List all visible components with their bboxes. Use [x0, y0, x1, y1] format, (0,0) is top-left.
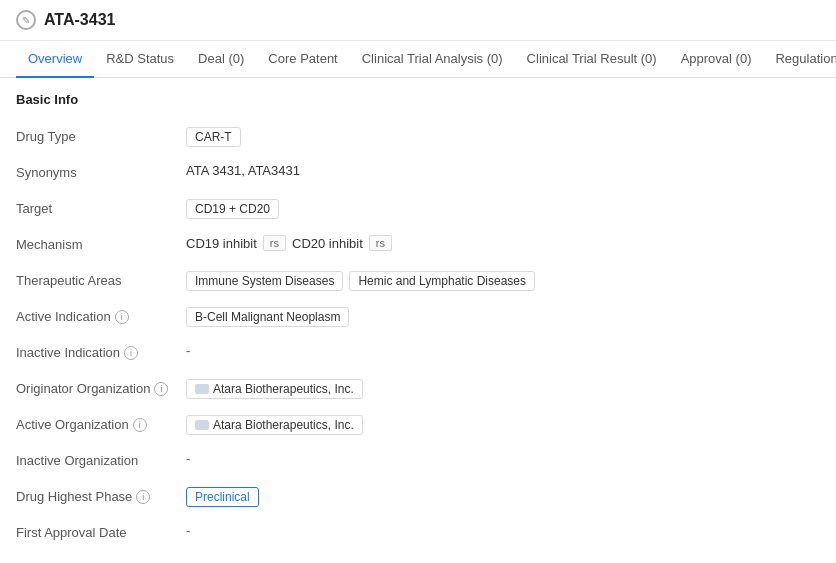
label-first-approval-date: First Approval Date — [16, 523, 186, 540]
field-drug-type: Drug Type CAR-T — [16, 119, 820, 155]
tab-deal[interactable]: Deal (0) — [186, 41, 256, 78]
first-approval-dash: - — [186, 523, 190, 538]
mech-cd20-text: CD20 inhibit — [292, 236, 363, 251]
tab-bar: Overview R&D Status Deal (0) Core Patent… — [0, 41, 836, 78]
inactive-org-dash: - — [186, 451, 190, 466]
value-drug-type: CAR-T — [186, 127, 820, 147]
label-active-indication: Active Indication i — [16, 307, 186, 324]
main-content: Basic Info Drug Type CAR-T Synonyms ATA … — [0, 78, 836, 563]
value-therapeutic-areas: Immune System Diseases Hemic and Lymphat… — [186, 271, 820, 291]
info-icon-active-org[interactable]: i — [133, 418, 147, 432]
tag-b-cell: B-Cell Malignant Neoplasm — [186, 307, 349, 327]
field-drug-highest-phase: Drug Highest Phase i Preclinical — [16, 479, 820, 515]
tag-car-t: CAR-T — [186, 127, 241, 147]
info-icon-originator-org[interactable]: i — [154, 382, 168, 396]
tag-target: CD19 + CD20 — [186, 199, 279, 219]
value-inactive-indication: - — [186, 343, 820, 358]
edit-icon[interactable]: ✎ — [16, 10, 36, 30]
page-header: ✎ ATA-3431 — [0, 0, 836, 41]
field-originator-org: Originator Organization i Atara Biothera… — [16, 371, 820, 407]
tab-clinical-trial-analysis[interactable]: Clinical Trial Analysis (0) — [350, 41, 515, 78]
label-inactive-org: Inactive Organization — [16, 451, 186, 468]
mech-cd20-tag: rs — [369, 235, 392, 251]
field-therapeutic-areas: Therapeutic Areas Immune System Diseases… — [16, 263, 820, 299]
label-active-org: Active Organization i — [16, 415, 186, 432]
org-icon — [195, 384, 209, 394]
tab-rd-status[interactable]: R&D Status — [94, 41, 186, 78]
value-active-org: Atara Biotherapeutics, Inc. — [186, 415, 820, 435]
tab-clinical-trial-result[interactable]: Clinical Trial Result (0) — [515, 41, 669, 78]
label-drug-highest-phase: Drug Highest Phase i — [16, 487, 186, 504]
value-active-indication: B-Cell Malignant Neoplasm — [186, 307, 820, 327]
tab-core-patent[interactable]: Core Patent — [256, 41, 349, 78]
value-inactive-org: - — [186, 451, 820, 466]
inactive-indication-dash: - — [186, 343, 190, 358]
label-inactive-indication: Inactive Indication i — [16, 343, 186, 360]
page-title: ATA-3431 — [44, 11, 115, 29]
label-originator-org: Originator Organization i — [16, 379, 186, 396]
field-active-org: Active Organization i Atara Biotherapeut… — [16, 407, 820, 443]
tag-hemic: Hemic and Lymphatic Diseases — [349, 271, 535, 291]
field-inactive-indication: Inactive Indication i - — [16, 335, 820, 371]
value-synonyms: ATA 3431, ATA3431 — [186, 163, 820, 178]
tag-originator-org[interactable]: Atara Biotherapeutics, Inc. — [186, 379, 363, 399]
value-drug-highest-phase: Preclinical — [186, 487, 820, 507]
value-originator-org: Atara Biotherapeutics, Inc. — [186, 379, 820, 399]
field-active-indication: Active Indication i B-Cell Malignant Neo… — [16, 299, 820, 335]
tag-immune: Immune System Diseases — [186, 271, 343, 291]
field-first-approval-date: First Approval Date - — [16, 515, 820, 551]
field-target: Target CD19 + CD20 — [16, 191, 820, 227]
mech-cd19-tag: rs — [263, 235, 286, 251]
value-target: CD19 + CD20 — [186, 199, 820, 219]
info-icon-inactive-indication[interactable]: i — [124, 346, 138, 360]
field-mechanism: Mechanism CD19 inhibit rs CD20 inhibit r… — [16, 227, 820, 263]
tag-preclinical: Preclinical — [186, 487, 259, 507]
originator-org-text: Atara Biotherapeutics, Inc. — [213, 382, 354, 396]
active-org-icon — [195, 420, 209, 430]
mech-cd19-text: CD19 inhibit — [186, 236, 257, 251]
label-therapeutic-areas: Therapeutic Areas — [16, 271, 186, 288]
field-synonyms: Synonyms ATA 3431, ATA3431 — [16, 155, 820, 191]
label-drug-type: Drug Type — [16, 127, 186, 144]
label-synonyms: Synonyms — [16, 163, 186, 180]
tab-overview[interactable]: Overview — [16, 41, 94, 78]
info-icon-drug-phase[interactable]: i — [136, 490, 150, 504]
value-first-approval-date: - — [186, 523, 820, 538]
label-mechanism: Mechanism — [16, 235, 186, 252]
label-target: Target — [16, 199, 186, 216]
synonyms-text: ATA 3431, ATA3431 — [186, 163, 300, 178]
tag-active-org[interactable]: Atara Biotherapeutics, Inc. — [186, 415, 363, 435]
field-inactive-org: Inactive Organization - — [16, 443, 820, 479]
info-icon-active-indication[interactable]: i — [115, 310, 129, 324]
active-org-text: Atara Biotherapeutics, Inc. — [213, 418, 354, 432]
section-basic-info: Basic Info — [16, 92, 820, 107]
tab-approval[interactable]: Approval (0) — [669, 41, 764, 78]
value-mechanism: CD19 inhibit rs CD20 inhibit rs — [186, 235, 820, 251]
tab-regulation[interactable]: Regulation (0) — [763, 41, 836, 78]
